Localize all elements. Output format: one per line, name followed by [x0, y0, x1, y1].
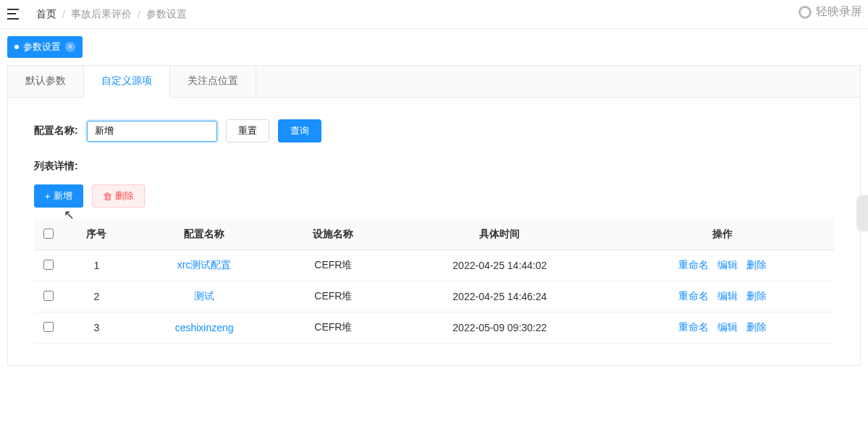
search-button[interactable]: 查询: [278, 119, 321, 142]
table-row: 1 xrc测试配置 CEFR堆 2022-04-25 14:44:02 重命名 …: [34, 250, 834, 281]
table-row: 2 测试 CEFR堆 2022-04-25 14:46:24 重命名 编辑 删除: [34, 281, 834, 312]
cell-facility: CEFR堆: [278, 312, 388, 344]
cell-config-name[interactable]: ceshixinzeng: [130, 312, 279, 344]
op-rename[interactable]: 重命名: [678, 259, 709, 270]
op-rename[interactable]: 重命名: [678, 321, 709, 333]
trash-icon: 🗑: [103, 191, 112, 202]
table-body: 1 xrc测试配置 CEFR堆 2022-04-25 14:44:02 重命名 …: [34, 250, 834, 344]
filter-label: 配置名称:: [34, 124, 78, 137]
breadcrumb-level2: 参数设置: [146, 8, 187, 21]
delete-button[interactable]: 🗑 删除: [92, 184, 145, 208]
tab-custom-source[interactable]: 自定义源项: [84, 66, 170, 98]
cell-seq: 2: [63, 281, 130, 312]
cell-time: 2022-05-09 09:30:22: [388, 312, 611, 344]
op-delete[interactable]: 删除: [746, 259, 767, 270]
row-checkbox[interactable]: [43, 322, 54, 332]
data-table: 序号 配置名称 设施名称 具体时间 操作 1 xrc测试配置 CEFR堆 202…: [34, 219, 834, 344]
cell-config-name[interactable]: xrc测试配置: [130, 250, 279, 281]
page-tab-active[interactable]: 参数设置 ×: [7, 36, 83, 58]
tab-content: 配置名称: 重置 查询 列表详情: + 新增 🗑 删除 序号 配置名: [8, 98, 860, 365]
config-name-input[interactable]: [87, 121, 217, 142]
cell-seq: 1: [63, 250, 130, 281]
list-title: 列表详情:: [34, 160, 834, 173]
cell-time: 2022-04-25 14:46:24: [388, 281, 611, 312]
op-edit[interactable]: 编辑: [717, 259, 738, 270]
op-delete[interactable]: 删除: [746, 290, 767, 302]
select-all-checkbox[interactable]: [43, 229, 54, 239]
menu-toggle-icon[interactable]: [7, 7, 22, 22]
add-button[interactable]: + 新增: [34, 184, 83, 208]
tab-focus-location[interactable]: 关注点位置: [170, 66, 256, 97]
table-row: 3 ceshixinzeng CEFR堆 2022-05-09 09:30:22…: [34, 312, 834, 344]
col-seq: 序号: [63, 219, 130, 250]
record-icon: [799, 6, 812, 19]
breadcrumb-level1[interactable]: 事故后果评价: [71, 8, 132, 21]
op-rename[interactable]: 重命名: [678, 290, 709, 302]
breadcrumb-sep: /: [138, 9, 140, 20]
cell-facility: CEFR堆: [278, 281, 388, 312]
page-tab-label: 参数设置: [23, 41, 61, 54]
action-row: + 新增 🗑 删除: [34, 184, 834, 208]
cell-ops: 重命名 编辑 删除: [611, 281, 834, 312]
col-name: 配置名称: [130, 219, 279, 250]
breadcrumb: 首页 / 事故后果评价 / 参数设置: [36, 8, 187, 21]
table-header-row: 序号 配置名称 设施名称 具体时间 操作: [34, 219, 834, 250]
top-bar: 首页 / 事故后果评价 / 参数设置: [0, 0, 868, 29]
row-checkbox[interactable]: [43, 260, 54, 270]
inner-tabs: 默认参数 自定义源项 关注点位置: [8, 66, 860, 98]
tab-active-dot-icon: [14, 45, 19, 49]
breadcrumb-home[interactable]: 首页: [36, 8, 56, 21]
col-facility: 设施名称: [278, 219, 388, 250]
screen-recorder-watermark: 轻映录屏: [799, 4, 862, 20]
filter-row: 配置名称: 重置 查询: [34, 119, 834, 142]
scroll-indicator[interactable]: [856, 195, 868, 231]
col-ops: 操作: [611, 219, 834, 250]
cell-facility: CEFR堆: [278, 250, 388, 281]
cell-ops: 重命名 编辑 删除: [611, 250, 834, 281]
cell-config-name[interactable]: 测试: [130, 281, 279, 312]
op-edit[interactable]: 编辑: [717, 290, 738, 302]
cell-ops: 重命名 编辑 删除: [611, 312, 834, 344]
row-checkbox[interactable]: [43, 291, 54, 301]
breadcrumb-sep: /: [62, 9, 65, 20]
cell-seq: 3: [63, 312, 130, 344]
tab-close-icon[interactable]: ×: [65, 42, 75, 52]
cell-time: 2022-04-25 14:44:02: [388, 250, 611, 281]
col-time: 具体时间: [388, 219, 611, 250]
op-edit[interactable]: 编辑: [717, 321, 738, 333]
tab-default-params[interactable]: 默认参数: [8, 66, 84, 97]
reset-button[interactable]: 重置: [226, 119, 269, 142]
main-panel: 默认参数 自定义源项 关注点位置 配置名称: 重置 查询 列表详情: + 新增 …: [7, 65, 861, 366]
plus-icon: +: [45, 191, 51, 202]
op-delete[interactable]: 删除: [746, 321, 767, 333]
page-tabs-bar: 参数设置 ×: [0, 29, 868, 58]
